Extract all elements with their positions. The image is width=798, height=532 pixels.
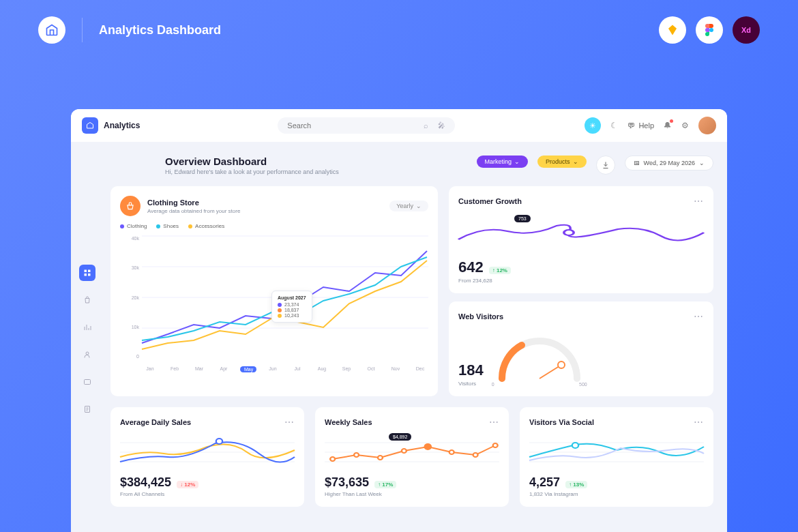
date-picker[interactable]: 📅︎Wed, 29 May 2026⌄ — [625, 156, 713, 171]
svg-rect-6 — [85, 380, 91, 385]
avatar[interactable] — [698, 117, 716, 134]
sketch-icon[interactable] — [659, 16, 686, 44]
sidebar-item-chart[interactable] — [79, 319, 95, 336]
social-chart — [529, 433, 704, 471]
svg-rect-1 — [85, 270, 87, 273]
svg-rect-4 — [88, 274, 91, 276]
calendar-icon: 📅︎ — [634, 160, 640, 166]
visitors-label: Visitors — [458, 381, 484, 387]
weekly-badge: $4,892 — [389, 433, 411, 441]
outer-header: Analytics Dashboard Xd — [0, 0, 798, 60]
sidebar-item-user[interactable] — [79, 346, 95, 363]
period-select[interactable]: Yearly⌄ — [389, 201, 428, 211]
visitors-card: Web Visitors⋯ 184 Visitors — [449, 301, 713, 396]
basket-icon — [120, 196, 141, 216]
mic-icon[interactable]: 🎤︎ — [438, 121, 445, 130]
svg-point-23 — [354, 453, 359, 457]
page-subtitle: Hi, Edward here's take a look at your pe… — [165, 168, 467, 175]
weekly-pct: ↑ 17% — [374, 481, 396, 488]
chevron-down-icon: ⌄ — [416, 203, 422, 209]
svg-rect-2 — [88, 270, 91, 273]
more-button[interactable]: ⋯ — [694, 417, 704, 428]
outer-title: Analytics Dashboard — [99, 23, 221, 38]
brand-icon — [82, 117, 98, 134]
gauge-chart — [492, 327, 587, 382]
marketing-pill[interactable]: Marketing⌄ — [477, 156, 529, 168]
chevron-down-icon: ⌄ — [514, 158, 520, 165]
sidebar-item-bag[interactable] — [79, 292, 95, 308]
weekly-card: Weekly Sales⋯ $4,892 $73,635↑ 17% Higher… — [315, 407, 509, 507]
svg-point-26 — [424, 443, 432, 450]
help-button[interactable]: 💬︎Help — [627, 121, 654, 130]
social-from: 1,832 Via Instagram — [529, 491, 704, 497]
svg-point-14 — [558, 361, 565, 368]
figma-icon[interactable] — [696, 16, 723, 44]
svg-point-22 — [330, 457, 335, 461]
svg-point-18 — [216, 439, 222, 444]
daily-value: $384,425 — [120, 475, 171, 490]
svg-point-33 — [572, 443, 578, 448]
more-button[interactable]: ⋯ — [694, 311, 704, 322]
visitors-title: Web Visitors — [458, 312, 503, 321]
svg-point-12 — [564, 230, 574, 235]
weekly-chart: $4,892 — [325, 433, 499, 471]
social-pct: ↑ 13% — [565, 481, 587, 488]
chart-tooltip: August 2027 23,374 18,837 10,243 — [271, 291, 312, 323]
svg-rect-3 — [85, 274, 87, 276]
store-subtitle: Average data obtained from your store — [147, 208, 240, 214]
daily-from: From All Channels — [120, 491, 295, 497]
growth-badge: 753 — [514, 215, 531, 222]
more-button[interactable]: ⋯ — [284, 417, 295, 428]
more-button[interactable]: ⋯ — [694, 196, 704, 207]
svg-point-25 — [402, 449, 407, 453]
moon-icon[interactable]: ☾ — [610, 121, 618, 130]
x-axis: JanFebMarAprMayJunJulAugSepOctNovDec — [142, 366, 428, 372]
sidebar-item-message[interactable] — [79, 374, 95, 390]
daily-pct: ↓ 12% — [177, 481, 198, 488]
svg-point-28 — [473, 453, 478, 457]
daily-chart — [120, 433, 295, 471]
daily-title: Average Daily Sales — [120, 418, 191, 426]
svg-point-5 — [86, 352, 89, 355]
svg-point-0 — [709, 28, 713, 32]
topbar: Analytics ⌕ 🎤︎ ☀ ☾ 💬︎Help 🔔︎ ⚙ — [71, 109, 727, 142]
social-value: 4,257 — [529, 475, 560, 490]
growth-card: Customer Growth⋯ 753 642↑ 12% From 234,6… — [449, 186, 713, 293]
weekly-from: Higher Than Last Week — [325, 491, 499, 497]
daily-card: Average Daily Sales⋯ $384,425↓ 12% From … — [110, 407, 304, 507]
search-input[interactable] — [287, 121, 418, 130]
main-chart: 40k30k20k10k0 — [120, 236, 428, 372]
page-title: Overview Dashboard — [165, 156, 467, 167]
chevron-down-icon: ⌄ — [699, 160, 705, 166]
store-title: Clothing Store — [147, 198, 240, 207]
outer-logo — [38, 16, 65, 44]
growth-value: 642 — [458, 258, 484, 276]
social-title: Visitors Via Social — [529, 418, 594, 426]
growth-from: From 234,628 — [458, 278, 704, 284]
chat-icon: 💬︎ — [627, 121, 635, 130]
chevron-down-icon: ⌄ — [573, 158, 578, 165]
bell-icon[interactable]: 🔔︎ — [664, 121, 672, 130]
growth-chart: 753 — [458, 212, 704, 253]
svg-point-27 — [449, 450, 454, 454]
search-box[interactable]: ⌕ 🎤︎ — [278, 117, 455, 134]
weekly-value: $73,635 — [325, 475, 369, 490]
growth-pct: ↑ 12% — [489, 267, 511, 274]
download-button[interactable] — [596, 156, 615, 175]
visitors-value: 184 — [458, 361, 484, 379]
settings-icon[interactable]: ⚙ — [681, 121, 689, 130]
products-pill[interactable]: Products⌄ — [537, 156, 587, 168]
sidebar — [71, 142, 104, 532]
svg-point-29 — [493, 443, 498, 447]
xd-icon[interactable]: Xd — [733, 16, 760, 44]
search-icon[interactable]: ⌕ — [424, 121, 428, 130]
social-card: Visitors Via Social⋯ 4,257↑ 13% 1,832 Vi… — [520, 407, 713, 507]
sidebar-item-doc[interactable] — [79, 401, 95, 417]
store-card: Clothing Store Average data obtained fro… — [110, 186, 438, 396]
more-button[interactable]: ⋯ — [489, 417, 499, 428]
growth-title: Customer Growth — [458, 197, 522, 205]
theme-toggle[interactable]: ☀ — [585, 117, 601, 134]
app-window: Analytics ⌕ 🎤︎ ☀ ☾ 💬︎Help 🔔︎ ⚙ — [71, 109, 727, 532]
svg-point-24 — [378, 456, 383, 460]
sidebar-item-dashboard[interactable] — [79, 265, 95, 281]
